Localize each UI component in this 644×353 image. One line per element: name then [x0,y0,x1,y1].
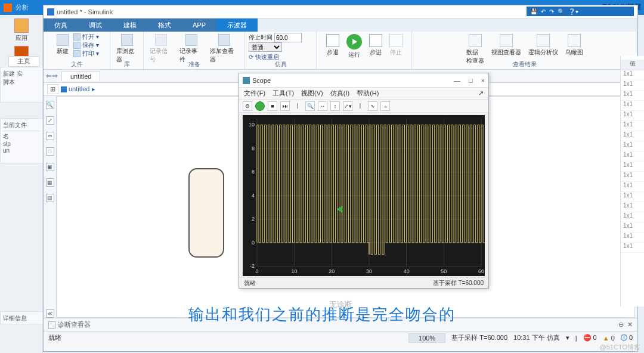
crumb-icon [61,86,67,92]
sct-trigger-icon[interactable]: ⫠ [380,101,390,111]
qat-save-icon[interactable]: 💾 [530,8,537,15]
tool-d[interactable]: ▤ [46,194,54,202]
tab-sim[interactable]: 仿真 [44,18,78,32]
scope-minimize[interactable]: — [454,77,460,84]
workspace-cell[interactable]: 1x1 [621,233,644,243]
svg-text:2: 2 [252,216,255,222]
chart-signal-path [257,125,485,255]
workspace-cell[interactable]: 1x1 [621,111,644,121]
signal-icon [155,34,167,46]
sct-zoom-icon[interactable]: 🔍 [305,101,315,111]
workspace-cell[interactable]: 1x1 [621,121,644,131]
tab-scope[interactable]: 示波器 [216,18,258,32]
workspace-header[interactable]: 值 [621,60,644,70]
svg-text:0: 0 [252,240,255,246]
workspace-cell[interactable]: 1x1 [621,151,644,162]
tool-fit[interactable]: ⤢ [46,116,54,125]
svg-text:30: 30 [366,268,372,274]
workspace-cell[interactable]: 1x1 [621,182,644,192]
save-button[interactable]: 保存 ▾ [73,41,99,49]
qat-undo-icon[interactable]: ↶ [541,8,546,15]
workspace-cell[interactable]: 1x1 [621,172,644,182]
workspace-cell[interactable]: 1x1 [621,202,644,212]
current-files-panel: 当前文件 名 slp un [0,118,43,163]
workspace-cell[interactable]: 1x1 [621,212,644,222]
workspace-cell[interactable]: 1x1 [621,162,644,172]
quick-access-toolbar[interactable]: 💾 ↶ ↷ 🔍 ❔▾ [527,7,634,16]
file-row-2[interactable]: un [3,147,40,154]
scope-maximize[interactable]: □ [469,77,473,84]
library-icon [121,34,133,46]
scope-menu-file[interactable]: 文件(F) [244,89,265,98]
stop-icon [389,34,402,47]
matlab-home-tab[interactable]: 主页 [8,56,39,67]
tab-debug[interactable]: 调试 [78,18,113,32]
stop-time-input[interactable] [274,33,302,42]
workspace-cell[interactable]: 1x1 [621,91,644,101]
workspace-cell[interactable]: 1x1 [621,141,644,151]
file-row-1[interactable]: slp [3,141,40,147]
workspace-cell[interactable]: 1x1 [621,70,644,80]
qat-search-icon[interactable]: 🔍 [558,8,565,15]
sct-zoomx-icon[interactable]: ↔ [318,101,327,111]
warning-icon[interactable]: ▲ [603,335,609,342]
info-icon[interactable]: ⓘ [621,334,627,341]
play-icon [346,34,362,49]
new-button[interactable]: 新建 [54,33,71,58]
open-button[interactable]: 打开 ▾ [73,33,99,41]
scope-titlebar[interactable]: Scope — □ × [239,73,488,88]
new-icon [57,34,69,46]
viewer-icon [500,34,513,47]
sct-stop-icon[interactable]: ■ [268,101,277,111]
workspace-cell[interactable]: 1x1 [621,101,644,111]
file-row-0[interactable]: 名 [3,131,40,141]
nav-back[interactable]: ⇦ [46,72,51,80]
status-dropdown-icon[interactable]: ▾ [566,334,569,342]
tab-model[interactable]: 建模 [113,18,147,32]
tool-b[interactable]: ▣ [46,163,54,171]
scope-menu-sim[interactable]: 仿真(I) [330,89,349,98]
qat-redo-icon[interactable]: ↷ [549,8,554,15]
scope-statusbar: 就绪 基于采样 T=60.000 [239,277,488,288]
workspace-cell[interactable]: 1x1 [621,222,644,233]
scope-menu-tool[interactable]: 工具(T) [273,89,294,98]
step-back-button[interactable]: 步退 [324,33,342,60]
workspace-cell[interactable]: 1x1 [621,131,644,141]
nav-fwd[interactable]: ⇨ [52,72,58,80]
scope-menu-view[interactable]: 视图(V) [301,89,323,98]
error-icon[interactable]: ⛔ [583,334,592,341]
status-ready: 就绪 [48,333,61,342]
simulink-block[interactable] [188,168,224,258]
new-script-panel: 新建 实 脚本 [0,67,43,103]
sim-mode-select[interactable]: 普通 [249,42,282,52]
run-button[interactable]: 运行 [344,33,364,60]
print-button[interactable]: 打印 ▾ [73,49,99,58]
tab-format[interactable]: 格式 [147,18,182,32]
sct-play-icon[interactable] [255,101,265,111]
scope-close[interactable]: × [481,77,485,84]
workspace-cell[interactable]: 1x1 [621,243,644,253]
sct-settings-icon[interactable]: ⚙ [243,101,252,111]
apps-item-1[interactable]: 应用 [1,18,41,42]
crumb-text[interactable]: untitled ▸ [69,85,95,93]
step-forward-button[interactable]: 步进 [367,33,385,60]
crumb-toggle[interactable]: ⊞ [47,84,58,94]
sct-measure-icon[interactable]: ∿ [368,101,377,111]
sct-stepf-icon[interactable]: ⏭ [280,101,290,111]
event-icon [185,34,197,46]
tool-zoom[interactable]: 🔍 [46,101,54,109]
tool-pan[interactable]: ⇔ [46,132,54,140]
workspace-cell[interactable]: 1x1 [621,80,644,91]
scope-window[interactable]: Scope — □ × 文件(F) 工具(T) 视图(V) 仿真(I) 帮助(H… [239,73,489,289]
scope-menu-caret-icon[interactable]: ↗ [478,89,484,97]
sct-scale-icon[interactable]: ⤢▾ [343,101,352,111]
scope-plot-area[interactable]: 0102030405060-20246810 [243,115,485,276]
tool-c[interactable]: ▦ [46,178,54,187]
tab-app[interactable]: APP [182,18,216,32]
sct-zoomy-icon[interactable]: ↕ [330,101,340,111]
scope-menu-help[interactable]: 帮助(H) [357,89,379,98]
workspace-cell[interactable]: 1x1 [621,192,644,202]
model-tab[interactable]: untitled [61,71,100,81]
qat-help-icon[interactable]: ❔▾ [568,8,578,15]
tool-a[interactable]: □ [46,147,54,156]
